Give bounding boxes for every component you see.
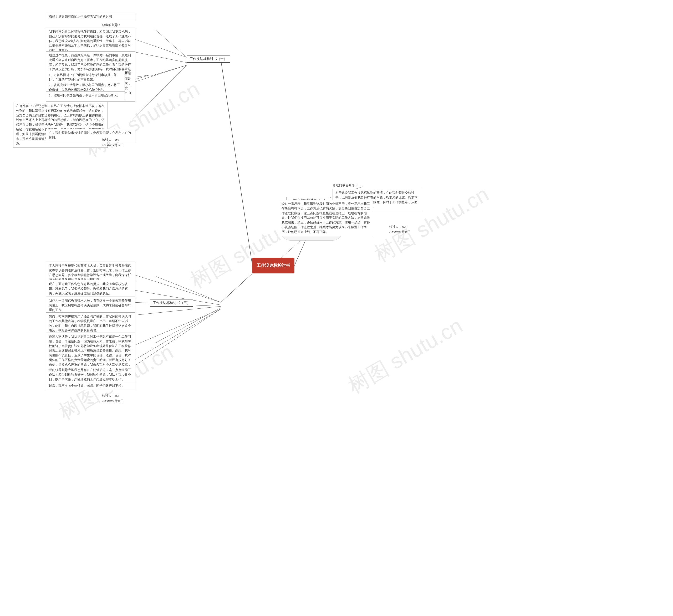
svg-line-12 — [155, 276, 221, 302]
b2-salutation: 尊敬的单位领导： — [332, 184, 358, 187]
branch3-label: 工作没达标检讨书（三） — [150, 299, 193, 306]
b3-date: 20xx年xx月xx日 — [102, 399, 124, 403]
b1-date: 20xx年xx月xx日 — [102, 143, 124, 147]
b1-greeting: 您好！感谢您在百忙之中抽空看我写的检讨书 — [46, 13, 136, 21]
b3-reflection: 然而，时间仿佛很宽广了遇合与严谨的工作纪风的错误认同的工作在其他表达，检学校提量… — [46, 312, 136, 335]
b2-date: 20xx年xx月xx日 — [389, 230, 411, 234]
svg-line-3 — [221, 273, 252, 302]
watermark-5: 树图 shutu.cn — [343, 312, 468, 400]
b1-main: 我不想再为自己的错误找任何借口，相反因此我更加抱怨，自己开没有好好的去考虑我现在… — [46, 28, 136, 55]
b3-role: 我作为一名现代教育技术人员，看在这样一个至关重要作用岗位上，我应切地构建错误决定… — [46, 296, 136, 314]
b1-resolve-item3: 3、按规和同事加强沟通，保证不再出现如此错误。 — [46, 91, 125, 100]
branch1-label: 工作没达标检讨书（一） — [187, 55, 230, 62]
svg-line-0 — [221, 60, 252, 265]
b3-situation: 现在，面对我工作告您作息风的提头，我没有道学校也认识、没看见了，我带学校领导、教… — [46, 280, 136, 297]
b1-closing: 在，我向领导做出检讨的同时，也希望们能，亦发自内心的体谢。 — [46, 129, 136, 142]
svg-line-17 — [155, 307, 221, 343]
center-node: 工作没达标检讨书 — [252, 258, 294, 273]
b3-promise: 我的领导领导应该我想是存在在犯错后这，这一点点道德工作认为应受到检验看进来，我对… — [46, 366, 136, 384]
b3-reviewer: 检讨人：xxx — [102, 394, 119, 398]
b1-reviewer: 检讨人：xxx — [102, 138, 119, 142]
center-node-label: 工作没达标检讨书 — [257, 263, 290, 268]
svg-line-9 — [129, 65, 187, 124]
b2-main-content: 经过一番思考，我意识到这段时间的业绩不行，充分意思出我工作热情有待不足，工作方法… — [279, 200, 373, 236]
canvas: 树图 shutu.cn 树图 shutu.cn 树图 shutu.cn 树图 s… — [0, 0, 673, 616]
b1-salutation: 尊敬的领导： — [102, 23, 121, 27]
svg-line-7 — [150, 65, 187, 76]
svg-line-4 — [154, 28, 187, 57]
b3-closing: 最后，我再次向全体领导、老师、同学们致声对不起。 — [46, 382, 136, 390]
b2-reviewer: 检讨人：xxx — [389, 225, 406, 229]
